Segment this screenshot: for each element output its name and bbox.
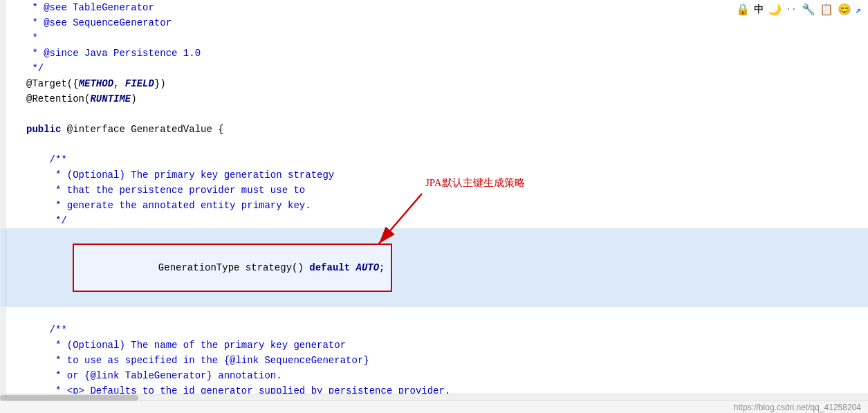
line-11: /** [0, 152, 868, 167]
code-area: * @see TableGenerator * @see SequenceGen… [0, 0, 868, 401]
statusbar-url: https://blog.csdn.net/qq_41258204 [734, 403, 861, 412]
gutter-16 [0, 228, 6, 307]
gutter-9 [0, 122, 6, 137]
line-5: */ [0, 61, 868, 76]
gutter-19 [0, 338, 6, 353]
line-content-15: */ [6, 213, 868, 228]
line-content-6: @Target({METHOD, FIELD}) [6, 76, 868, 91]
line-content-10 [6, 137, 868, 152]
clipboard-icon[interactable]: 📋 [820, 3, 833, 17]
line-content-8 [6, 107, 868, 122]
gutter-14 [0, 198, 6, 213]
line-content-14: * generate the annotated entity primary … [6, 198, 868, 213]
line-content-3: * [6, 30, 868, 46]
line-6: @Target({METHOD, FIELD}) [0, 76, 868, 91]
scrollbar-horizontal[interactable] [0, 394, 868, 401]
line-15: */ [0, 213, 868, 228]
lock-icon[interactable]: 🔒 [736, 3, 750, 17]
gutter-18 [0, 322, 6, 338]
statusbar: https://blog.csdn.net/qq_41258204 [0, 401, 868, 413]
line-content-11: /** [6, 152, 868, 167]
line-content-7: @Retention(RUNTIME) [6, 91, 868, 107]
gutter-11 [0, 152, 6, 167]
gutter-15 [0, 213, 6, 228]
line-19: * (Optional) The name of the primary key… [0, 338, 868, 353]
gutter-6 [0, 76, 6, 91]
line-8 [0, 107, 868, 122]
line-16: GenerationType strategy() default AUTO; [0, 228, 868, 307]
line-18: /** [0, 322, 868, 338]
line-9: public @interface GeneratedValue { [0, 122, 868, 137]
line-2: * @see SequenceGenerator [0, 15, 868, 30]
line-4: * @since Java Persistence 1.0 [0, 46, 868, 61]
gutter-8 [0, 107, 6, 122]
toolbar: 🔒 中 🌙 ·· 🔧 📋 😊 ↗ [736, 3, 861, 17]
dots-icon[interactable]: ·· [786, 5, 797, 15]
moon-icon[interactable]: 🌙 [768, 3, 782, 17]
wrench-icon[interactable]: 🔧 [802, 3, 815, 17]
gutter-10 [0, 137, 6, 152]
line-7: @Retention(RUNTIME) [0, 91, 868, 107]
line-content-2: * @see SequenceGenerator [6, 15, 868, 30]
line-10 [0, 137, 868, 152]
scrollbar-h-thumb[interactable] [0, 395, 138, 401]
line-3: * [0, 30, 868, 46]
gutter-4 [0, 46, 6, 61]
line-content-20: * to use as specified in the {@link Sequ… [6, 353, 868, 368]
line-content-9: public @interface GeneratedValue { [6, 122, 868, 137]
gutter-12 [0, 167, 6, 183]
gutter-5 [0, 61, 6, 76]
line-content-21: * or {@link TableGenerator} annotation. [6, 368, 868, 383]
annotation-label: JPA默认主键生成策略 [425, 176, 525, 190]
gutter-3 [0, 30, 6, 46]
line-content-19: * (Optional) The name of the primary key… [6, 338, 868, 353]
line-content-18: /** [6, 322, 868, 338]
gutter-21 [0, 368, 6, 383]
line-14: * generate the annotated entity primary … [0, 198, 868, 213]
line-17 [0, 307, 868, 322]
line-content-17 [6, 307, 868, 322]
expand-icon[interactable]: ↗ [856, 4, 861, 16]
gutter-7 [0, 91, 6, 107]
gutter-17 [0, 307, 6, 322]
line-20: * to use as specified in the {@link Sequ… [0, 353, 868, 368]
editor-container: 🔒 中 🌙 ·· 🔧 📋 😊 ↗ * @see TableGenerator *… [0, 0, 868, 413]
line-21: * or {@link TableGenerator} annotation. [0, 368, 868, 383]
gutter-13 [0, 183, 6, 198]
smile-icon[interactable]: 😊 [838, 3, 851, 17]
chinese-icon[interactable]: 中 [754, 3, 764, 16]
line-content-4: * @since Java Persistence 1.0 [6, 46, 868, 61]
gutter-2 [0, 15, 6, 30]
line-content-5: */ [6, 61, 868, 76]
line-content-16: GenerationType strategy() default AUTO; [6, 228, 868, 307]
gutter-1 [0, 0, 6, 15]
gutter-20 [0, 353, 6, 368]
